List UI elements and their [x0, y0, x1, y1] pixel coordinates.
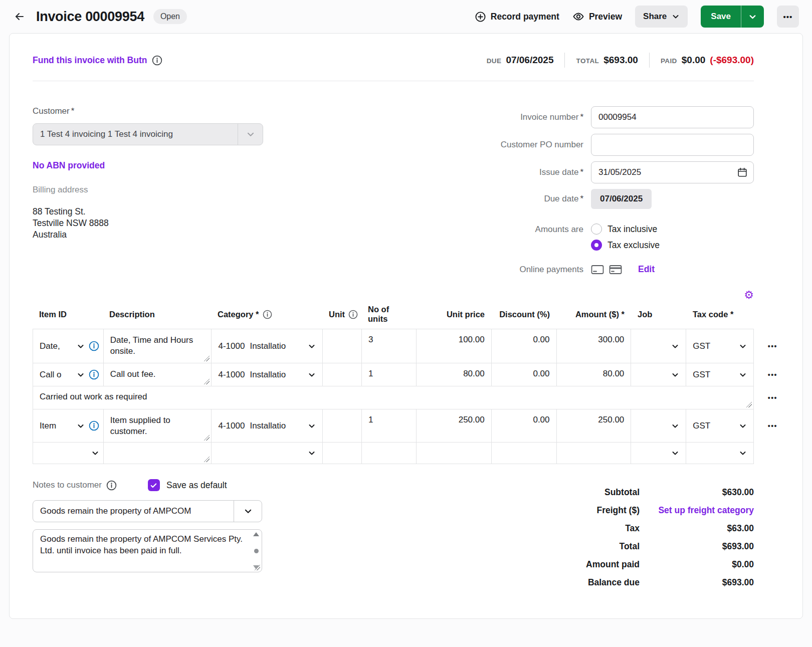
description-field[interactable]: Date, Time and Hours onsite. [103, 329, 212, 363]
item-id-select[interactable]: Item [33, 409, 103, 442]
unit-field[interactable] [322, 443, 361, 464]
discount-field[interactable]: 0.00 [491, 409, 556, 442]
amount-paid-value: $0.00 [640, 559, 754, 570]
units-field[interactable]: 1 [361, 409, 416, 442]
tax-code-select[interactable] [686, 443, 753, 464]
discount-field[interactable]: 0.00 [491, 363, 556, 386]
topbar: Invoice 00009954 Open Record payment Pre… [0, 0, 812, 33]
item-id-select[interactable] [33, 443, 103, 464]
category-select[interactable]: 4-1000 Installatio [211, 329, 322, 363]
tax-inclusive-radio[interactable]: Tax inclusive [591, 224, 754, 235]
job-select[interactable] [631, 329, 686, 363]
setup-freight-link[interactable]: Set up freight category [658, 505, 754, 515]
units-field[interactable] [361, 443, 416, 464]
invoice-number-input[interactable] [591, 106, 754, 128]
tax-exclusive-radio[interactable]: Tax exclusive [591, 240, 754, 251]
description-row-field[interactable]: Carried out work as required [33, 386, 753, 409]
balance-due-label: Balance due [588, 577, 640, 588]
resize-handle[interactable] [204, 435, 210, 441]
textarea-scrollbar[interactable] [253, 532, 260, 569]
job-select[interactable] [631, 363, 686, 386]
tax-code-select[interactable]: GST [686, 329, 753, 363]
no-abn-link[interactable]: No ABN provided [33, 160, 105, 171]
info-icon[interactable] [152, 55, 162, 66]
calendar-icon[interactable] [737, 167, 748, 178]
unit-price-field[interactable]: 100.00 [416, 329, 491, 363]
scroll-up-icon[interactable] [253, 532, 259, 536]
amount-field[interactable]: 250.00 [556, 409, 631, 442]
edit-payments-link[interactable]: Edit [638, 264, 655, 275]
total-label: Total [619, 541, 640, 552]
job-select[interactable] [631, 409, 686, 442]
customer-select-value: 1 Test 4 invoicing 1 Test 4 invoicing [33, 129, 238, 139]
chevron-down-icon [77, 342, 85, 350]
description-field[interactable] [103, 443, 212, 464]
unit-price-field[interactable]: 80.00 [416, 363, 491, 386]
tax-code-select[interactable]: GST [686, 409, 753, 442]
resize-handle[interactable] [204, 379, 210, 384]
back-button[interactable] [12, 9, 27, 24]
category-select[interactable]: 4-1000 Installatio [211, 363, 322, 386]
customer-po-label: Customer PO number [501, 140, 583, 150]
online-payments-label: Online payments [519, 265, 583, 275]
unit-price-field[interactable]: 250.00 [416, 409, 491, 442]
category-select[interactable]: 4-1000 Installatio [211, 409, 322, 442]
item-info-icon[interactable] [89, 341, 99, 351]
discount-field[interactable] [491, 443, 556, 464]
category-select[interactable] [211, 443, 322, 464]
fund-invoice-link[interactable]: Fund this invoice with Butn [33, 55, 147, 66]
resize-handle[interactable] [204, 457, 210, 462]
chevron-down-icon [671, 449, 679, 457]
item-info-icon[interactable] [89, 420, 99, 431]
amount-field[interactable]: 80.00 [556, 363, 631, 386]
row-menu-button[interactable]: ••• [768, 422, 777, 430]
item-id-select[interactable]: Date, [33, 329, 103, 363]
unit-field[interactable] [322, 409, 361, 442]
table-settings-gear-icon[interactable]: ⚙ [744, 290, 754, 301]
notes-preset-select[interactable]: Goods remain the property of AMPCOM [33, 500, 262, 522]
issue-date-input[interactable] [591, 161, 754, 183]
amount-field[interactable]: 300.00 [556, 329, 631, 363]
scroll-thumb[interactable] [254, 549, 259, 553]
unit-field[interactable] [322, 363, 361, 386]
tax-code-select[interactable]: GST [686, 363, 753, 386]
row-menu-button[interactable]: ••• [768, 371, 777, 379]
table-row: Call o Call out fee. 4-1000 Installatio … [33, 363, 754, 386]
unit-price-field[interactable] [416, 443, 491, 464]
radio-icon [591, 224, 602, 235]
row-menu-button[interactable]: ••• [768, 342, 777, 350]
item-info-icon[interactable] [89, 369, 99, 380]
info-icon[interactable] [348, 310, 358, 319]
resize-handle[interactable] [255, 565, 260, 570]
share-button[interactable]: Share [635, 6, 688, 28]
customer-po-input[interactable] [591, 134, 754, 156]
unit-field[interactable] [322, 329, 361, 363]
preview-button[interactable]: Preview [572, 11, 622, 23]
record-payment-button[interactable]: Record payment [475, 11, 559, 23]
save-as-default-checkbox[interactable]: Save as default [148, 479, 227, 491]
description-field[interactable]: Item supplied to customer. [103, 409, 212, 442]
due-label: DUE [487, 57, 502, 65]
totals: Subtotal $630.00 Freight ($) Set up frei… [543, 479, 754, 591]
col-no-of-units: No of units [361, 305, 416, 324]
item-id-select[interactable]: Call o [33, 363, 103, 386]
units-field[interactable]: 1 [361, 363, 416, 386]
eye-icon [572, 11, 584, 23]
row-menu-button[interactable]: ••• [768, 394, 777, 402]
more-actions-button[interactable]: ••• [777, 6, 799, 28]
due-date-chip[interactable]: 07/06/2025 [591, 189, 652, 209]
discount-field[interactable]: 0.00 [491, 329, 556, 363]
resize-handle[interactable] [204, 356, 210, 361]
save-dropdown-button[interactable] [741, 6, 764, 28]
notes-preset-value: Goods remain the property of AMPCOM [33, 506, 234, 516]
job-select[interactable] [631, 443, 686, 464]
info-icon[interactable] [263, 310, 272, 319]
customer-select[interactable]: 1 Test 4 invoicing 1 Test 4 invoicing [33, 123, 263, 145]
resize-handle[interactable] [746, 402, 752, 407]
units-field[interactable]: 3 [361, 329, 416, 363]
notes-textarea[interactable]: Goods remain the property of AMPCOM Serv… [33, 530, 244, 572]
info-icon[interactable] [106, 480, 117, 491]
amount-field[interactable] [556, 443, 631, 464]
description-field[interactable]: Call out fee. [103, 363, 212, 386]
save-button[interactable]: Save [701, 6, 741, 28]
